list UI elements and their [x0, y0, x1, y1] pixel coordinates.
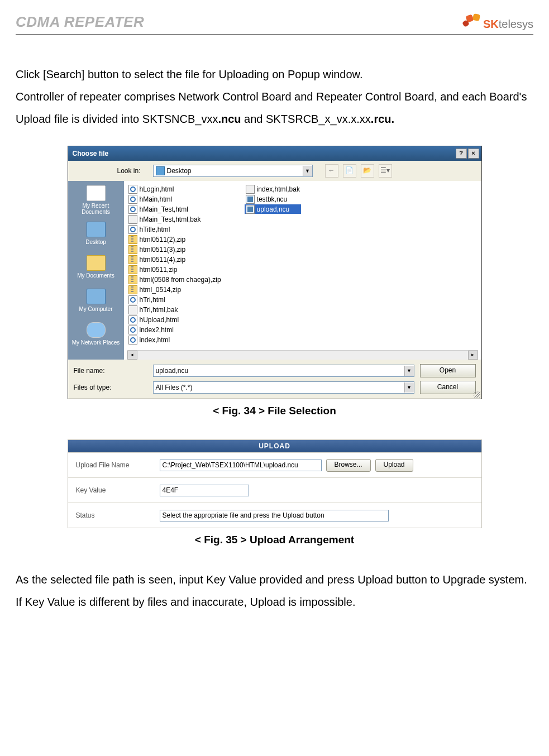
horizontal-scrollbar[interactable]: ◂ ▸: [127, 350, 478, 360]
dialog-title: Choose file: [73, 150, 109, 157]
sk-telesys-logo: SKtelesys: [462, 14, 533, 31]
dialog-toolbar: Look in: Desktop ▼ ← 📄 📂 ☰▾: [68, 161, 481, 181]
dialog-bottom: File name: upload,ncu ▼ Open Files of ty…: [68, 360, 481, 399]
file-name: html0511(2),zip: [140, 236, 186, 243]
zip-file-icon: [128, 285, 137, 294]
file-column-2: index,html,baktestbk,ncuupload,ncu: [245, 184, 301, 214]
filename-combo[interactable]: upload,ncu ▼: [153, 365, 414, 377]
places-item[interactable]: My Computer: [68, 284, 124, 317]
file-item[interactable]: html0511,zip: [127, 265, 222, 274]
places-item[interactable]: My Recent Documents: [68, 183, 124, 217]
browse-button[interactable]: Browse...: [326, 459, 371, 472]
resize-grip-icon[interactable]: [474, 391, 480, 398]
place-label: My Network Places: [72, 339, 120, 346]
logo-sk-text: SK: [483, 18, 499, 30]
fig35-caption: < Fig. 35 > Upload Arrangement: [16, 534, 533, 546]
key-value-input[interactable]: 4E4F: [160, 485, 249, 496]
bak-file-icon: [246, 185, 255, 194]
file-item[interactable]: hTri,html: [127, 295, 222, 304]
dialog-titlebar[interactable]: Choose file ? ×: [68, 146, 481, 161]
file-item[interactable]: hMain_Test,html: [127, 204, 222, 214]
file-item[interactable]: hTitle,html: [127, 224, 222, 234]
file-item[interactable]: hTri,html,bak: [127, 305, 222, 314]
lookin-combo[interactable]: Desktop ▼: [153, 165, 313, 177]
file-name: testbk,ncu: [257, 195, 288, 203]
upload-button[interactable]: Upload: [375, 459, 413, 472]
places-item[interactable]: My Documents: [68, 250, 124, 284]
place-icon: [87, 322, 106, 338]
place-label: My Computer: [79, 306, 112, 312]
intro-text: Click [Search] button to select the file…: [16, 63, 533, 130]
logo-butterfly-icon: [462, 14, 483, 31]
place-label: My Documents: [77, 272, 114, 279]
file-item[interactable]: index,html: [127, 335, 222, 344]
page-header: CDMA REPEATER SKtelesys: [16, 13, 533, 35]
file-item[interactable]: testbk,ncu: [245, 194, 301, 204]
back-button[interactable]: ←: [325, 164, 338, 178]
views-button[interactable]: ☰▾: [379, 164, 392, 178]
new-folder-button[interactable]: 📂: [361, 164, 374, 178]
file-item[interactable]: html(0508 from chaega),zip: [127, 275, 222, 284]
place-label: My Recent Documents: [68, 203, 124, 215]
file-name: index,html: [140, 336, 170, 344]
place-icon: [87, 255, 106, 271]
lookin-value: Desktop: [167, 167, 192, 175]
file-item[interactable]: hMain,html: [127, 194, 222, 204]
closing-line-1: As the selected file path is seen, input…: [16, 568, 533, 591]
places-item[interactable]: My Network Places: [68, 317, 124, 351]
open-button[interactable]: Open: [420, 364, 476, 377]
zip-file-icon: [128, 245, 137, 254]
places-item[interactable]: Desktop: [68, 217, 124, 250]
file-list-area: hLogin,htmlhMain,htmlhMain_Test,htmlhMai…: [124, 181, 481, 360]
cancel-button[interactable]: Cancel: [420, 381, 476, 394]
file-item[interactable]: html0511(3),zip: [127, 245, 222, 254]
logo-telesys-text: telesys: [499, 18, 533, 30]
file-name: html0511,zip: [140, 266, 178, 274]
file-name: hMain_Test,html: [140, 205, 188, 213]
scroll-right-button[interactable]: ▸: [468, 351, 478, 360]
file-item[interactable]: index2,html: [127, 325, 222, 334]
place-icon: [87, 222, 106, 237]
file-name: hMain_Test,html,bak: [140, 216, 201, 223]
places-bar: My Recent DocumentsDesktopMy DocumentsMy…: [68, 181, 124, 360]
file-item[interactable]: hUpload,html: [127, 315, 222, 324]
close-button[interactable]: ×: [468, 149, 479, 159]
place-label: Desktop: [85, 239, 106, 245]
upload-filename-label: Upload File Name: [68, 461, 160, 469]
file-item[interactable]: hMain_Test,html,bak: [127, 214, 222, 224]
zip-file-icon: [128, 265, 137, 274]
file-name: hTitle,html: [140, 226, 170, 233]
upload-filename-input[interactable]: C:\Project_Web\TSEX1100\HTML\upload.ncu: [160, 460, 322, 471]
chevron-down-icon[interactable]: ▼: [404, 366, 414, 376]
file-column-1: hLogin,htmlhMain,htmlhMain_Test,htmlhMai…: [127, 184, 222, 344]
upload-panel: UPLOAD Upload File Name C:\Project_Web\T…: [68, 439, 482, 528]
ncu-file-icon: [246, 195, 255, 204]
scroll-left-button[interactable]: ◂: [127, 351, 137, 360]
zip-file-icon: [128, 235, 137, 244]
file-item[interactable]: hLogin,html: [127, 184, 222, 194]
intro-line-1: Click [Search] button to select the file…: [16, 63, 533, 85]
filename-value: upload,ncu: [156, 367, 189, 375]
file-name: index2,html: [140, 326, 174, 334]
file-name: html0511(3),zip: [140, 246, 186, 253]
file-item[interactable]: upload,ncu: [245, 204, 301, 214]
file-item[interactable]: index,html,bak: [245, 184, 301, 194]
bak-file-icon: [128, 215, 137, 224]
key-value-label: Key Value: [68, 486, 160, 494]
file-item[interactable]: html_0514,zip: [127, 285, 222, 294]
zip-file-icon: [128, 275, 137, 284]
bak-file-icon: [128, 305, 137, 314]
file-name: hUpload,html: [140, 316, 179, 324]
filetype-combo[interactable]: All Files (*.*) ▼: [153, 381, 414, 394]
chevron-down-icon[interactable]: ▼: [303, 166, 312, 176]
chevron-down-icon[interactable]: ▼: [404, 382, 414, 393]
help-button[interactable]: ?: [456, 149, 467, 159]
lookin-label: Look in:: [74, 167, 147, 175]
file-item[interactable]: html0511(2),zip: [127, 235, 222, 244]
file-item[interactable]: html0511(4),zip: [127, 255, 222, 264]
ie-file-icon: [128, 336, 137, 344]
file-name: html_0514,zip: [140, 286, 182, 294]
file-name: hTri,html: [140, 296, 165, 304]
status-output: Select the appropriate file and press th…: [160, 510, 389, 521]
up-one-level-button[interactable]: 📄: [343, 164, 356, 178]
